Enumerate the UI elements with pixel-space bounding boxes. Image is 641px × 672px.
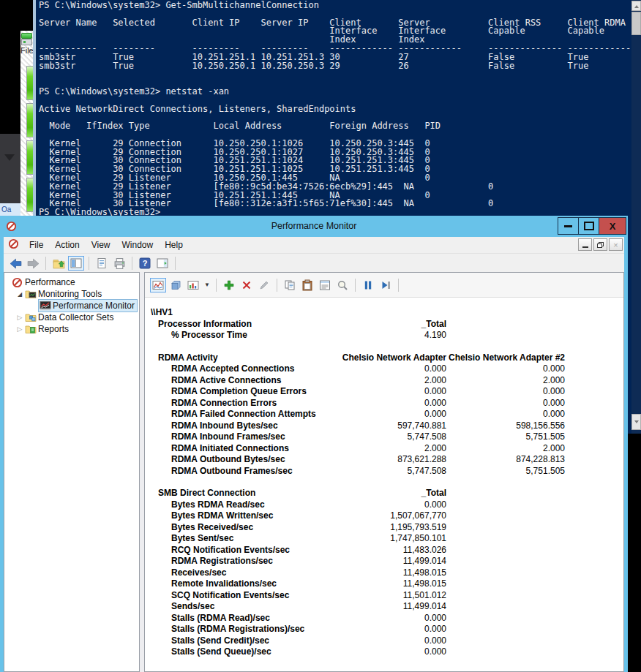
counter-row: Bytes Sent/sec1,747,850.101 bbox=[149, 533, 623, 545]
counter-row: SCQ Notification Events/sec11,501.012 bbox=[149, 590, 623, 602]
perfmon-icon bbox=[12, 276, 25, 288]
mdi-close-button[interactable]: × bbox=[609, 238, 623, 251]
counter-value-2 bbox=[446, 590, 565, 602]
delete-button[interactable] bbox=[239, 278, 255, 292]
up-one-level-button[interactable] bbox=[50, 256, 67, 271]
help-button[interactable]: ? bbox=[137, 256, 153, 271]
counter-label: RDMA Initiated Connections bbox=[149, 443, 322, 455]
counter-row: Stalls (Send Credit)/sec0.000 bbox=[149, 635, 623, 647]
counter-value-1: 0.000 bbox=[322, 409, 446, 420]
dropdown-caret-icon[interactable]: ▼ bbox=[203, 278, 211, 292]
report-panel: ▼ \\HV1Processor Information_Total% Proc… bbox=[144, 272, 624, 672]
tree-item-performance[interactable]: Performance bbox=[4, 276, 139, 288]
counter-value-1: 0.000 bbox=[322, 635, 446, 647]
counter-label: RDMA Inbound Bytes/sec bbox=[149, 420, 322, 432]
toolbar-separator bbox=[89, 257, 89, 270]
paste-counter-list-button[interactable] bbox=[299, 278, 315, 292]
counter-value-2 bbox=[446, 510, 565, 522]
counter-value-1: 0.000 bbox=[322, 613, 446, 624]
column-header-2 bbox=[446, 488, 565, 499]
toolbar-separator bbox=[216, 279, 217, 292]
counter-label: Sends/sec bbox=[149, 601, 322, 613]
counter-value-2: 5,751.505 bbox=[446, 431, 565, 443]
data-collector-sets-folder-icon bbox=[25, 312, 38, 323]
counter-row: RDMA Inbound Bytes/sec597,740.881598,156… bbox=[149, 420, 623, 432]
collapsed-expander-icon[interactable]: ▷ bbox=[15, 325, 25, 333]
copy-properties-button[interactable] bbox=[282, 278, 298, 292]
console-scrollbar[interactable] bbox=[631, 0, 641, 434]
counter-value-1: 1,747,850.101 bbox=[322, 533, 446, 545]
counter-row: Bytes RDMA Read/sec0.000 bbox=[149, 499, 623, 511]
update-data-button[interactable] bbox=[378, 278, 394, 292]
highlight-button[interactable] bbox=[256, 278, 272, 292]
show-console-tree-button[interactable] bbox=[68, 256, 84, 271]
counter-label: RDMA Registrations/sec bbox=[149, 556, 322, 567]
close-button[interactable]: X bbox=[599, 217, 626, 235]
minimize-button[interactable] bbox=[558, 217, 579, 235]
console-tree: Performance◢Monitoring ToolsPerformance … bbox=[4, 272, 140, 672]
zoom-button[interactable] bbox=[334, 278, 351, 292]
counter-row: Stalls (RDMA Read)/sec0.000 bbox=[149, 613, 623, 624]
counter-value-2 bbox=[446, 545, 565, 556]
title-bar[interactable]: Performance Monitor X bbox=[0, 216, 628, 237]
view-current-activity-button[interactable] bbox=[150, 278, 166, 292]
add-counter-button[interactable] bbox=[221, 278, 237, 292]
properties-button[interactable] bbox=[317, 278, 333, 292]
reports-folder-icon bbox=[25, 323, 38, 335]
scroll-down-arrow-icon[interactable] bbox=[631, 414, 641, 430]
window-title: Performance Monitor bbox=[0, 216, 628, 237]
counter-value-2 bbox=[446, 533, 565, 545]
triangle-icon bbox=[4, 154, 15, 161]
tree-item-performance-monitor[interactable]: Performance Monitor bbox=[4, 300, 139, 312]
column-header-2: Chelsio Network Adapter #2 bbox=[446, 352, 565, 364]
counter-section-smb-direct-connection: SMB Direct Connection_TotalBytes RDMA Re… bbox=[149, 488, 623, 658]
counter-value-2: 874,228.813 bbox=[446, 454, 565, 466]
counter-label: Stalls (RDMA Registrations)/sec bbox=[149, 624, 322, 635]
counter-value-1: 0.000 bbox=[322, 624, 446, 635]
counter-value-2: 0.000 bbox=[446, 386, 565, 398]
freeze-display-button[interactable] bbox=[360, 278, 376, 292]
forward-button[interactable] bbox=[25, 256, 41, 271]
tree-item-label: Reports bbox=[38, 324, 69, 334]
tree-item-label: Data Collector Sets bbox=[38, 312, 113, 322]
show-action-pane-button[interactable] bbox=[154, 256, 170, 271]
view-log-data-button[interactable] bbox=[168, 278, 184, 292]
counter-label: % Processor Time bbox=[149, 330, 322, 341]
counter-label: Receives/sec bbox=[149, 567, 322, 579]
counter-value-1: 11,498.015 bbox=[322, 578, 446, 590]
scroll-up-arrow-icon[interactable] bbox=[631, 1, 641, 11]
tree-item-data-collector-sets[interactable]: ▷Data Collector Sets bbox=[4, 312, 139, 323]
maximize-button[interactable] bbox=[578, 217, 599, 235]
expanded-expander-icon[interactable]: ◢ bbox=[15, 291, 25, 298]
counter-row: RDMA Accepted Connections0.0000.000 bbox=[149, 363, 623, 375]
menu-item-file[interactable]: File bbox=[23, 240, 49, 250]
change-graph-type-button[interactable] bbox=[185, 278, 201, 292]
menu-item-action[interactable]: Action bbox=[49, 240, 85, 250]
counter-value-2 bbox=[446, 578, 565, 590]
menu-item-window[interactable]: Window bbox=[116, 240, 160, 250]
counter-value-2: 598,156.556 bbox=[446, 420, 565, 432]
tree-item-reports[interactable]: ▷Reports bbox=[4, 323, 139, 335]
column-header-1: _Total bbox=[322, 319, 446, 331]
console-main-area: Performance◢Monitoring ToolsPerformance … bbox=[4, 272, 624, 672]
counter-value-1: 2.000 bbox=[322, 375, 446, 387]
counter-label: Bytes Sent/sec bbox=[149, 533, 322, 545]
machine-name: \\HV1 bbox=[149, 307, 623, 319]
scrollbar-thumb[interactable] bbox=[631, 12, 641, 35]
mdi-minimize-button[interactable] bbox=[578, 238, 592, 251]
counter-value-2: 0.000 bbox=[446, 363, 565, 375]
print-button[interactable] bbox=[111, 256, 127, 271]
collapsed-expander-icon[interactable]: ▷ bbox=[15, 314, 25, 321]
counter-value-2 bbox=[446, 330, 565, 341]
section-header-row: SMB Direct Connection_Total bbox=[149, 488, 623, 499]
mdi-restore-button[interactable] bbox=[593, 238, 607, 251]
export-list-button[interactable] bbox=[94, 256, 110, 271]
back-button[interactable] bbox=[7, 256, 23, 271]
counter-value-1: 4.190 bbox=[322, 330, 446, 341]
menu-item-view[interactable]: View bbox=[86, 240, 116, 250]
tree-item-monitoring-tools[interactable]: ◢Monitoring Tools bbox=[4, 288, 139, 300]
counter-section-rdma-activity: RDMA ActivityChelsio Network AdapterChel… bbox=[149, 352, 623, 477]
counter-row: Remote Invalidations/sec11,498.015 bbox=[149, 578, 623, 590]
menu-item-help[interactable]: Help bbox=[159, 240, 189, 250]
counter-label: RCQ Notification Events/sec bbox=[149, 545, 322, 556]
